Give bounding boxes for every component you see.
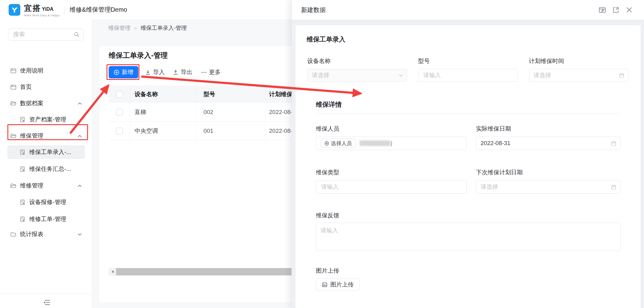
page-icon — [10, 67, 17, 74]
sidebar-item-label: 维保工单录入-... — [29, 148, 82, 156]
sidebar-search — [8, 28, 84, 41]
next-plan-datepicker[interactable]: 请选择 — [476, 180, 621, 194]
next-plan-placeholder: 请选择 — [481, 183, 611, 191]
logo-tagline: Make Work Easy & Happy — [24, 14, 59, 17]
add-button[interactable]: 新增 — [109, 66, 138, 78]
expand-icon[interactable] — [612, 6, 620, 14]
sidebar-item-home[interactable]: 首页 — [7, 80, 85, 94]
feedback-textarea[interactable] — [316, 223, 621, 251]
sidebar-item-label: 维保任务汇总-... — [29, 165, 82, 173]
model-input[interactable] — [423, 72, 514, 79]
add-button-label: 新增 — [122, 68, 133, 76]
sidebar: 使用说明 首页 数据档案 资产档案-管理 维保管理 维保工单录入-... — [0, 20, 92, 308]
device-name-select[interactable]: 请选择 — [307, 69, 407, 82]
planned-time-label: 计划维保时间 — [529, 57, 564, 65]
search-input[interactable] — [13, 31, 74, 38]
plus-circle-icon — [324, 141, 329, 146]
planned-time-placeholder: 请选择 — [533, 71, 619, 79]
collapse-sidebar-icon[interactable] — [42, 299, 51, 306]
sidebar-group-label: 数据档案 — [20, 99, 78, 107]
import-button[interactable]: 导入 — [145, 68, 165, 76]
popout-window-icon[interactable] — [598, 6, 606, 14]
maintenance-type-field — [316, 180, 467, 194]
actual-date-value: 2022-08-31 — [481, 140, 611, 147]
maintenance-detail-section-title: 维保详情 — [316, 100, 342, 109]
sidebar-item-maintenance-order-entry[interactable]: 维保工单录入-... — [7, 145, 85, 159]
breadcrumb-separator-icon: > — [134, 26, 137, 31]
logo-en: YiDA — [42, 6, 54, 12]
export-button[interactable]: 导出 — [173, 68, 192, 76]
sidebar-item-maintenance-task-summary[interactable]: 维保任务汇总-... — [7, 162, 85, 176]
maintenance-person-field: 选择人员 ) — [316, 136, 467, 150]
scroll-left-button[interactable] — [109, 268, 116, 275]
row-checkbox[interactable] — [116, 128, 123, 134]
import-icon — [145, 69, 151, 75]
chevron-up-icon[interactable] — [78, 184, 82, 187]
form-icon — [19, 166, 26, 172]
chevron-up-icon[interactable] — [78, 102, 82, 105]
chevron-down-icon[interactable] — [78, 233, 82, 236]
export-button-label: 导出 — [181, 68, 192, 76]
export-icon — [173, 69, 179, 75]
sidebar-footer-divider — [0, 294, 92, 294]
masked-person-name — [360, 140, 390, 146]
image-upload-label: 图片上传 — [316, 267, 339, 275]
sidebar-item-asset-archive[interactable]: 资产档案-管理 — [7, 113, 85, 126]
sidebar-group-data-archive[interactable]: 数据档案 — [7, 97, 85, 110]
logo-cn: 宜搭 — [24, 4, 41, 12]
sidebar-group-maintenance-mgmt[interactable]: 维保管理 — [7, 129, 85, 143]
planned-time-datepicker[interactable]: 请选择 — [529, 69, 629, 82]
scroll-left-arrow-icon — [111, 270, 114, 274]
model-label: 型号 — [418, 57, 430, 65]
select-all-checkbox[interactable] — [116, 91, 123, 98]
cell-model: 002 — [197, 103, 266, 121]
image-upload-button-label: 图片上传 — [330, 281, 354, 289]
device-name-placeholder: 请选择 — [312, 71, 399, 79]
sidebar-group-repair-mgmt[interactable]: 维修管理 — [7, 179, 85, 192]
model-field — [418, 69, 518, 82]
yida-app-window: 宜搭YiDA Make Work Easy & Happy 维修&维保管理Dem… — [0, 0, 644, 308]
new-data-form: 维保工单录入 设备名称 型号 计划维保时间 请选择 请选择 维保详情 维保人员 … — [296, 25, 641, 308]
yida-logo[interactable] — [9, 4, 20, 16]
search-icon[interactable] — [74, 31, 80, 38]
plus-circle-icon — [114, 69, 119, 75]
import-button-label: 导入 — [153, 68, 165, 76]
page-icon — [10, 84, 17, 90]
sidebar-item-usage-notes[interactable]: 使用说明 — [7, 64, 85, 77]
yida-y-icon — [10, 6, 18, 14]
actual-date-datepicker[interactable]: 2022-08-31 — [476, 136, 621, 150]
sidebar-group-statistics-reports[interactable]: 统计报表 — [7, 227, 85, 241]
maintenance-type-input[interactable] — [320, 183, 463, 191]
column-header-device[interactable]: 设备名称 — [130, 85, 197, 103]
sidebar-item-label: 设备报修-管理 — [29, 198, 82, 206]
breadcrumb-current: 维保工单录入-管理 — [141, 24, 187, 32]
drawer-header: 新建数据 — [292, 0, 644, 20]
image-icon — [322, 282, 328, 288]
more-button[interactable]: 更多 — [201, 68, 221, 76]
masked-person-suffix: ) — [390, 140, 392, 147]
cell-device: 直梯 — [130, 103, 197, 121]
header-divider — [64, 6, 64, 14]
calendar-icon — [611, 184, 617, 190]
device-name-label: 设备名称 — [307, 57, 331, 65]
sidebar-item-label: 首页 — [20, 83, 82, 91]
more-button-label: 更多 — [209, 68, 221, 76]
image-upload-button[interactable]: 图片上传 — [316, 278, 360, 291]
breadcrumb-parent[interactable]: 维保管理 — [108, 24, 131, 32]
select-person-button[interactable]: 选择人员 — [320, 139, 356, 148]
folder-open-icon — [10, 182, 17, 189]
form-icon — [19, 199, 26, 206]
form-icon — [19, 149, 26, 156]
column-header-model[interactable]: 型号 — [197, 85, 266, 103]
sidebar-item-label: 资产档案-管理 — [29, 116, 82, 124]
chevron-up-icon[interactable] — [78, 135, 82, 137]
drawer-title: 新建数据 — [301, 6, 326, 14]
form-icon — [19, 116, 26, 123]
sidebar-item-label: 维修工单-管理 — [29, 215, 82, 223]
new-data-drawer: 新建数据 维保工单录入 设备名称 型号 计划维保时间 请选择 — [292, 0, 644, 308]
select-person-button-label: 选择人员 — [331, 140, 352, 147]
sidebar-item-repair-order[interactable]: 维修工单-管理 — [7, 212, 85, 226]
sidebar-item-equipment-repair[interactable]: 设备报修-管理 — [7, 195, 85, 209]
row-checkbox[interactable] — [116, 109, 123, 116]
close-icon[interactable] — [625, 6, 633, 14]
